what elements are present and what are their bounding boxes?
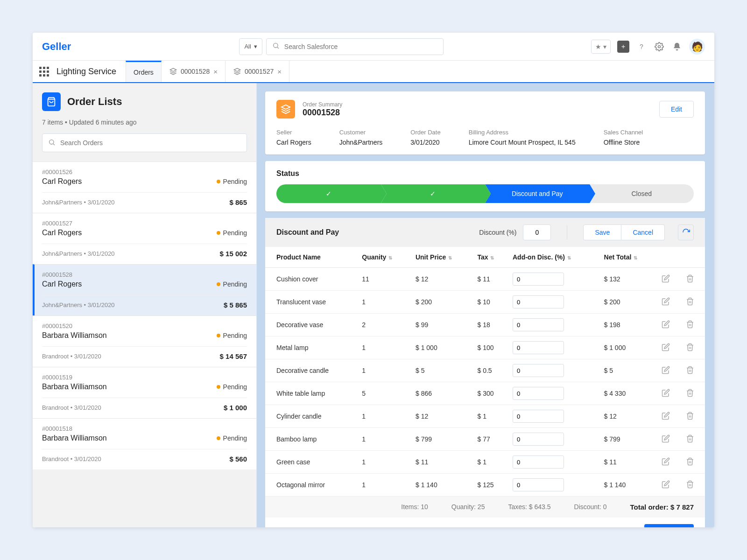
order-list-item[interactable]: #00001520 Barbara Williamson Pending Bra…	[33, 315, 256, 367]
edit-icon[interactable]	[657, 405, 681, 428]
edit-icon[interactable]	[657, 336, 681, 359]
column-header[interactable]: Quanity ⇅	[357, 247, 411, 268]
cell-net: $ 1 140	[599, 474, 657, 497]
field-label: Order Date	[410, 129, 440, 136]
order-customer: John&Partners • 3/01/2020	[42, 199, 115, 206]
addon-discount-input[interactable]	[513, 273, 564, 286]
gear-icon[interactable]	[654, 41, 665, 52]
trash-icon[interactable]	[681, 405, 705, 428]
favorites-button[interactable]: ★▾	[591, 40, 611, 54]
column-header[interactable]: Net Total ⇅	[599, 247, 657, 268]
app-name: Lighting Service	[56, 67, 116, 77]
order-seller: Barbara Williamson	[42, 383, 107, 391]
column-header[interactable]: Tax ⇅	[473, 247, 508, 268]
order-list-item[interactable]: #00001519 Barbara Williamson Pending Bra…	[33, 367, 256, 418]
tab-orders[interactable]: Orders	[126, 61, 162, 82]
cell-product: Decorative vase	[265, 314, 357, 336]
status-dot-icon	[217, 180, 220, 183]
edit-icon[interactable]	[657, 428, 681, 451]
status-card: Status ✓ ✓ Discount and Pay Closed	[265, 161, 705, 211]
app-launcher-icon[interactable]	[39, 67, 49, 77]
addon-discount-input[interactable]	[513, 318, 564, 331]
addon-discount-input[interactable]	[513, 455, 564, 469]
cell-price: $ 11	[411, 451, 473, 474]
addon-discount-input[interactable]	[513, 295, 564, 308]
edit-icon[interactable]	[657, 382, 681, 405]
global-search-input[interactable]	[284, 43, 437, 50]
status-step-1[interactable]: ✓	[276, 184, 381, 203]
edit-icon[interactable]	[657, 314, 681, 336]
global-search[interactable]	[266, 38, 444, 55]
addon-discount-input[interactable]	[513, 410, 564, 423]
discount-label: Discount (%)	[479, 229, 516, 236]
trash-icon[interactable]	[681, 428, 705, 451]
edit-icon[interactable]	[657, 451, 681, 474]
trash-icon[interactable]	[681, 291, 705, 314]
order-list-item[interactable]: #00001518 Barbara Williamson Pending Bra…	[33, 418, 256, 469]
edit-icon[interactable]	[657, 291, 681, 314]
cell-net: $ 4 330	[599, 382, 657, 405]
order-list-item[interactable]: #00001527 Carl Rogers Pending John&Partn…	[33, 213, 256, 264]
discount-input[interactable]	[523, 224, 551, 240]
status-step-3[interactable]: Discount and Pay	[485, 184, 590, 203]
field-value: John&Partners	[339, 139, 383, 146]
trash-icon[interactable]	[681, 451, 705, 474]
tab-order-1[interactable]: 00001528 ×	[162, 61, 226, 82]
cell-price: $ 866	[411, 382, 473, 405]
discount-panel: Discount and Pay Discount (%) Save Cance…	[265, 218, 705, 527]
sidebar-title: Order Lists	[67, 96, 122, 108]
status-dot-icon	[217, 334, 220, 337]
avatar[interactable]: 🧑	[689, 39, 705, 55]
close-icon[interactable]: ×	[277, 68, 282, 76]
order-list-sidebar: Order Lists 7 items • Updated 6 minutes …	[33, 83, 257, 527]
bell-icon[interactable]	[671, 41, 683, 52]
order-amount: $ 14 567	[220, 352, 247, 360]
field-label: Billing Address	[469, 129, 576, 136]
total-qty: Quanity: 25	[451, 503, 485, 511]
order-number: #00001520	[42, 322, 247, 329]
save-button[interactable]: Save	[583, 224, 621, 240]
edit-icon[interactable]	[657, 359, 681, 382]
status-step-4[interactable]: Closed	[590, 184, 694, 203]
check-icon: ✓	[430, 190, 436, 197]
trash-icon[interactable]	[681, 268, 705, 291]
column-header[interactable]: Unit Price ⇅	[411, 247, 473, 268]
addon-discount-input[interactable]	[513, 341, 564, 354]
search-filter[interactable]: All▾	[239, 38, 262, 55]
trash-icon[interactable]	[681, 359, 705, 382]
refresh-button[interactable]	[678, 224, 694, 240]
edit-icon[interactable]	[657, 474, 681, 497]
sidebar-search[interactable]	[42, 133, 247, 152]
order-customer: Brandroot • 3/01/2020	[42, 455, 101, 462]
addon-discount-input[interactable]	[513, 364, 564, 377]
addon-discount-input[interactable]	[513, 433, 564, 446]
cell-net: $ 12	[599, 405, 657, 428]
edit-icon[interactable]	[657, 268, 681, 291]
sidebar-search-input[interactable]	[60, 139, 241, 147]
products-table: Product NameQuanity ⇅Unit Price ⇅Tax ⇅Ad…	[265, 247, 705, 497]
trash-icon[interactable]	[681, 336, 705, 359]
addon-discount-input[interactable]	[513, 387, 564, 400]
to-pay-button[interactable]: To Pay	[644, 524, 694, 527]
add-button[interactable]: ＋	[617, 41, 629, 53]
addon-discount-input[interactable]	[513, 478, 564, 491]
trash-icon[interactable]	[681, 314, 705, 336]
order-list-item[interactable]: #00001526 Carl Rogers Pending John&Partn…	[33, 161, 256, 213]
close-icon[interactable]: ×	[213, 68, 218, 76]
trash-icon[interactable]	[681, 382, 705, 405]
column-header[interactable]: Add-on Disc. (%) ⇅	[508, 247, 599, 268]
edit-button[interactable]: Edit	[659, 101, 694, 118]
status-step-2[interactable]: ✓	[381, 184, 486, 203]
column-header[interactable]: Product Name	[265, 247, 357, 268]
help-icon[interactable]: ?	[636, 41, 647, 52]
table-row: Metal lamp 1 $ 1 000 $ 100 $ 1 000	[265, 336, 705, 359]
cell-tax: $ 11	[473, 268, 508, 291]
order-list-item[interactable]: #00001528 Carl Rogers Pending John&Partn…	[33, 264, 256, 315]
trash-icon[interactable]	[681, 474, 705, 497]
cell-product: Green case	[265, 451, 357, 474]
cancel-button[interactable]: Cancel	[621, 224, 665, 240]
tab-order-2[interactable]: 00001527 ×	[226, 61, 289, 82]
order-number: #00001519	[42, 374, 247, 381]
divider	[567, 225, 567, 239]
cell-tax: $ 1	[473, 405, 508, 428]
